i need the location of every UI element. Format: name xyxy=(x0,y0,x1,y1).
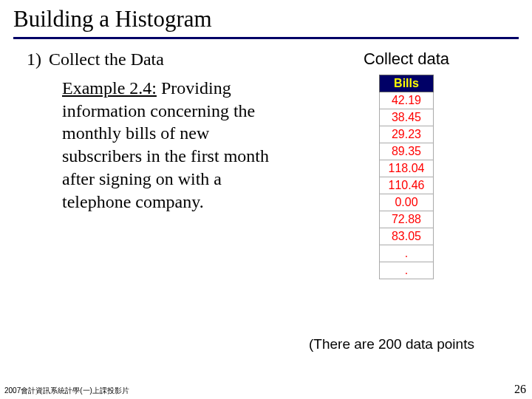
table-cell: . xyxy=(379,245,434,262)
footer-left: 2007會計資訊系統計學(一)上課投影片 xyxy=(4,386,129,396)
example-paragraph: Example 2.4: Providing information conce… xyxy=(15,77,288,213)
right-column: Collect data Bills 42.1938.4529.2389.351… xyxy=(307,50,499,279)
table-cell: 118.04 xyxy=(379,160,434,177)
table-cell: 42.19 xyxy=(379,92,434,109)
data-points-note: (There are 200 data points xyxy=(309,336,474,352)
bills-header: Bills xyxy=(379,75,434,92)
content-area: 1) Collect the Data Example 2.4: Providi… xyxy=(0,39,532,279)
table-cell: . xyxy=(379,262,434,279)
table-cell: 83.05 xyxy=(379,228,434,245)
table-cell: 72.88 xyxy=(379,211,434,228)
table-cell: 29.23 xyxy=(379,126,434,143)
bullet-text: Collect the Data xyxy=(49,50,164,69)
bullet-number: 1) xyxy=(15,50,49,69)
bullet-row: 1) Collect the Data xyxy=(15,50,307,69)
table-cell: 0.00 xyxy=(379,194,434,211)
collect-title: Collect data xyxy=(314,50,499,69)
page-number: 26 xyxy=(514,383,526,396)
page-title: Building a Histogram xyxy=(13,6,519,35)
table-cell: 38.45 xyxy=(379,109,434,126)
example-label: Example 2.4: xyxy=(62,78,157,98)
left-column: 1) Collect the Data Example 2.4: Providi… xyxy=(15,50,307,279)
bills-table: Bills 42.1938.4529.2389.35118.04110.460.… xyxy=(379,75,434,279)
table-cell: 110.46 xyxy=(379,177,434,194)
table-cell: 89.35 xyxy=(379,143,434,160)
example-body: Providing information concerning the mon… xyxy=(62,78,269,211)
